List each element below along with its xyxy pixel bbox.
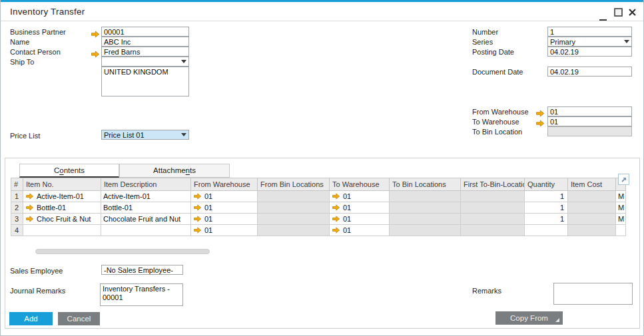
cell-item-description[interactable]: Chocolate Fruit and Nut [101,214,191,225]
window-title: Inventory Transfer [10,7,85,17]
contact-person-label: Contact Person [10,48,61,57]
cell-from-warehouse[interactable]: 01 [191,202,258,214]
ship-to-label: Ship To [10,58,35,67]
ship-to-select[interactable] [101,57,189,67]
title-separator [1,21,644,21]
cell-overflow[interactable]: M [616,202,626,214]
from-warehouse-label: From Warehouse [472,108,529,116]
cell-from-warehouse[interactable]: 01 [191,191,258,202]
price-list-select[interactable]: Price List 01 [101,130,189,140]
maximize-icon[interactable] [614,7,623,19]
link-arrow-icon [25,216,34,222]
link-arrow-icon [332,204,340,211]
cell-item-no[interactable]: Active-Item-01 [23,191,101,202]
link-arrow-icon [193,204,202,211]
cell-quantity[interactable] [525,225,568,236]
cell-item-no[interactable] [23,225,101,236]
cancel-button[interactable]: Cancel [58,312,100,325]
cell-item-cost [568,202,616,214]
cell-from-bin-locations [258,225,330,236]
col-header-to-warehouse[interactable]: To Warehouse [330,178,390,191]
cell-first-to-bin-location [461,191,525,202]
link-arrow-icon [332,193,340,200]
link-arrow-icon[interactable] [91,29,100,36]
cell-quantity[interactable]: 1 [525,214,568,225]
cell-quantity[interactable]: 1 [525,191,568,202]
business-partner-input[interactable] [101,27,189,37]
to-bin-location-label: To Bin Location [472,128,522,136]
cell-overflow[interactable]: M [616,214,626,225]
cell-from-bin-locations [258,191,330,202]
cell-overflow[interactable] [616,225,626,236]
col-header-row-number[interactable]: # [11,178,23,191]
link-arrow-icon[interactable] [535,118,545,125]
cell-first-to-bin-location [461,214,525,225]
col-header-item-no[interactable]: Item No. [23,178,101,191]
tab-contents[interactable]: Contents [19,164,119,178]
cell-item-description[interactable]: Active-Item-01 [101,191,191,202]
remarks-textarea[interactable] [553,283,633,305]
col-header-from-warehouse[interactable]: From Warehouse [191,178,258,191]
add-button[interactable]: Add [9,312,53,325]
close-icon[interactable] [628,7,637,19]
name-label: Name [10,38,29,47]
cell-from-bin-locations [258,202,330,214]
cell-to-warehouse[interactable]: 01 [330,191,390,202]
document-date-input[interactable] [547,67,632,77]
copy-from-button[interactable]: Copy From [495,311,563,325]
cell-to-bin-locations [390,225,461,236]
horizontal-scrollbar[interactable] [35,249,210,254]
cell-item-no[interactable]: Bottle-01 [23,202,101,214]
name-input[interactable] [101,37,189,47]
contact-person-input[interactable] [101,47,189,57]
to-warehouse-input[interactable] [547,116,632,126]
col-header-quantity[interactable]: Quantity [525,178,568,191]
sales-employee-label: Sales Employee [10,267,63,275]
row-number-cell[interactable]: 3 [11,214,23,225]
chevron-down-icon [181,133,186,136]
cell-item-description[interactable] [101,225,191,236]
titlebar: Inventory Transfer [1,2,644,20]
posting-date-input[interactable] [547,47,632,57]
link-arrow-icon [25,204,34,211]
cell-quantity[interactable]: 1 [525,202,568,214]
row-number-cell[interactable]: 4 [11,225,23,236]
cell-to-warehouse[interactable]: 01 [330,225,390,236]
expand-grid-icon[interactable] [618,174,629,185]
link-arrow-icon[interactable] [535,108,545,115]
posting-date-label: Posting Date [472,48,514,57]
col-header-item-cost[interactable]: Item Cost [568,178,616,191]
items-table: # Item No. Item Description From Warehou… [11,178,626,236]
cell-item-cost [568,191,616,202]
from-warehouse-input[interactable] [547,106,632,116]
link-arrow-icon[interactable] [91,49,100,56]
col-header-from-bin-locations[interactable]: From Bin Locations [258,178,330,191]
table-header-row: # Item No. Item Description From Warehou… [11,178,626,191]
tab-attachments[interactable]: Attachments [119,164,230,178]
cell-to-bin-locations [390,202,461,214]
sales-employee-input[interactable] [101,265,183,275]
col-header-to-bin-locations[interactable]: To Bin Locations [390,178,461,191]
ship-to-address-textarea[interactable]: UNITED KINGDOM [101,67,189,96]
cell-overflow[interactable]: M [616,191,626,202]
row-number-cell[interactable]: 1 [11,191,23,202]
cell-from-warehouse[interactable]: 01 [191,225,258,236]
number-label: Number [472,28,498,37]
journal-remarks-textarea[interactable]: Inventory Transfers - 00001 [100,283,183,306]
col-header-item-description[interactable]: Item Description [101,178,191,191]
table-row: 4 01 01 [11,225,626,236]
cell-from-warehouse[interactable]: 01 [191,214,258,225]
inventory-transfer-window: Inventory Transfer Business Partner Name… [0,0,644,336]
cell-item-no[interactable]: Choc Fruit & Nut [23,214,101,225]
number-input[interactable] [547,27,632,37]
to-bin-location-input [547,126,632,136]
minimize-icon[interactable] [599,12,607,24]
series-select[interactable]: Primary [547,37,632,47]
cell-to-warehouse[interactable]: 01 [330,202,390,214]
cell-item-cost [568,225,616,236]
row-number-cell[interactable]: 2 [11,202,23,214]
cell-item-description[interactable]: Bottle-01 [101,202,191,214]
col-header-first-to-bin-location[interactable]: First To-Bin-Location [461,178,525,191]
cell-to-warehouse[interactable]: 01 [330,214,390,225]
business-partner-label: Business Partner [10,28,66,37]
